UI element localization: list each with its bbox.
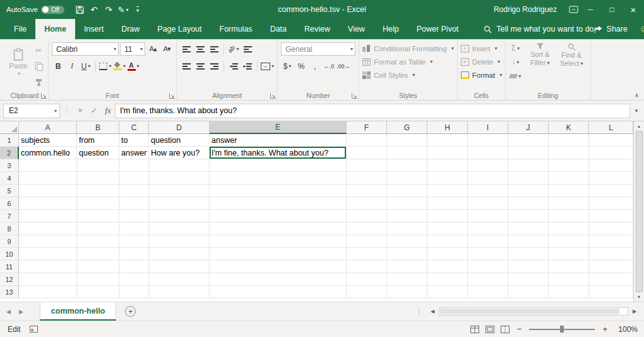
zoom-in-button[interactable]: +: [601, 324, 609, 334]
ribbon-tab-view[interactable]: View: [339, 19, 374, 39]
cell-J12[interactable]: [508, 273, 549, 286]
align-right-button[interactable]: [208, 60, 220, 73]
cell-C1[interactable]: to: [119, 134, 149, 147]
cell-I1[interactable]: [468, 134, 508, 147]
scroll-left-icon[interactable]: ◀: [428, 309, 437, 314]
name-box[interactable]: E2 ▾: [3, 104, 60, 118]
font-name-select[interactable]: Calibri▾: [52, 42, 119, 56]
column-header-A[interactable]: A: [19, 121, 77, 134]
redo-button[interactable]: ↷: [102, 3, 115, 16]
cell-F9[interactable]: [347, 235, 387, 248]
cell-J5[interactable]: [508, 185, 549, 197]
cell-F12[interactable]: [347, 273, 387, 286]
cell-A6[interactable]: [19, 197, 77, 210]
collapse-ribbon-button[interactable]: ∧: [635, 92, 639, 99]
macro-record-button[interactable]: [30, 326, 38, 333]
cell-H8[interactable]: [427, 223, 468, 235]
delete-cells-button[interactable]: × Delete▾: [461, 56, 502, 68]
middle-align-button[interactable]: [194, 43, 206, 56]
column-header-C[interactable]: C: [119, 121, 149, 134]
cell-L13[interactable]: [589, 286, 633, 298]
top-align-button[interactable]: [180, 43, 193, 56]
cell-D13[interactable]: [149, 286, 210, 298]
cell-F3[interactable]: [347, 159, 387, 172]
cell-J3[interactable]: [508, 159, 549, 172]
cell-I8[interactable]: [468, 223, 508, 235]
cell-A13[interactable]: [19, 286, 77, 298]
column-header-I[interactable]: I: [468, 121, 508, 134]
cell-C10[interactable]: [119, 248, 149, 260]
clear-button[interactable]: ▾: [509, 70, 522, 82]
number-format-select[interactable]: General▾: [281, 42, 355, 56]
zoom-slider[interactable]: [529, 325, 595, 333]
row-header-4[interactable]: 4: [0, 172, 19, 185]
column-header-B[interactable]: B: [77, 121, 119, 134]
cell-B9[interactable]: [77, 235, 119, 248]
cell-K13[interactable]: [549, 286, 589, 298]
cell-I7[interactable]: [468, 210, 508, 223]
cell-F1[interactable]: [347, 134, 387, 147]
minimize-button[interactable]: ─: [580, 0, 601, 19]
formula-input[interactable]: I'm fine, thanks. What about you?: [115, 104, 630, 118]
cell-J7[interactable]: [508, 210, 549, 223]
cell-C6[interactable]: [119, 197, 149, 210]
cell-I12[interactable]: [468, 273, 508, 286]
conditional-formatting-button[interactable]: Conditional Formatting▾: [362, 42, 454, 54]
cell-D12[interactable]: [149, 273, 210, 286]
cell-L3[interactable]: [589, 159, 633, 172]
cell-E12[interactable]: [210, 273, 347, 286]
cell-E4[interactable]: [210, 172, 347, 185]
cell-J9[interactable]: [508, 235, 549, 248]
number-dialog-launcher-icon[interactable]: [352, 93, 357, 99]
cell-H4[interactable]: [427, 172, 468, 185]
borders-button[interactable]: ▾: [99, 60, 112, 73]
cell-K7[interactable]: [549, 210, 589, 223]
cell-L6[interactable]: [589, 197, 633, 210]
cell-E6[interactable]: [210, 197, 347, 210]
share-button[interactable]: Share: [594, 25, 628, 34]
cell-H6[interactable]: [427, 197, 468, 210]
cell-D9[interactable]: [149, 235, 210, 248]
row-header-8[interactable]: 8: [0, 223, 19, 235]
cell-A12[interactable]: [19, 273, 77, 286]
format-painter-button[interactable]: [32, 76, 45, 89]
cell-H9[interactable]: [427, 235, 468, 248]
cell-B6[interactable]: [77, 197, 119, 210]
horizontal-scrollbar-track[interactable]: [439, 307, 628, 316]
alignment-dialog-launcher-icon[interactable]: [270, 93, 276, 99]
customize-qat-button[interactable]: ▾: [131, 3, 144, 16]
cell-C13[interactable]: [119, 286, 149, 298]
cell-B5[interactable]: [77, 185, 119, 197]
cell-F5[interactable]: [347, 185, 387, 197]
cell-L8[interactable]: [589, 223, 633, 235]
vertical-scrollbar-thumb[interactable]: [636, 131, 643, 292]
cell-I6[interactable]: [468, 197, 508, 210]
cell-D7[interactable]: [149, 210, 210, 223]
wrap-text-button[interactable]: [241, 43, 254, 56]
cell-K1[interactable]: [549, 134, 589, 147]
cell-B8[interactable]: [77, 223, 119, 235]
cell-E8[interactable]: [210, 223, 347, 235]
cell-D2[interactable]: How are you?: [149, 147, 210, 159]
bold-button[interactable]: B: [52, 60, 64, 73]
cell-K8[interactable]: [549, 223, 589, 235]
cell-K2[interactable]: [549, 147, 589, 159]
cell-J8[interactable]: [508, 223, 549, 235]
cell-K10[interactable]: [549, 248, 589, 260]
cell-I13[interactable]: [468, 286, 508, 298]
align-left-button[interactable]: [180, 60, 193, 73]
column-header-F[interactable]: F: [347, 121, 387, 134]
cell-G5[interactable]: [387, 185, 427, 197]
cell-B2[interactable]: question: [77, 147, 119, 159]
cell-E1[interactable]: answer: [210, 134, 347, 147]
cell-F2[interactable]: [347, 147, 387, 159]
sort-filter-button[interactable]: Sort & Filter▾: [524, 42, 556, 90]
close-button[interactable]: ×: [623, 0, 644, 19]
format-cells-button[interactable]: Format▾: [461, 69, 502, 81]
ribbon-tab-power-pivot[interactable]: Power Pivot: [408, 19, 468, 39]
cell-C8[interactable]: [119, 223, 149, 235]
font-size-select[interactable]: 11▾: [120, 42, 145, 56]
ribbon-tab-insert[interactable]: Insert: [75, 19, 112, 39]
cell-H12[interactable]: [427, 273, 468, 286]
font-dialog-launcher-icon[interactable]: [169, 93, 175, 99]
